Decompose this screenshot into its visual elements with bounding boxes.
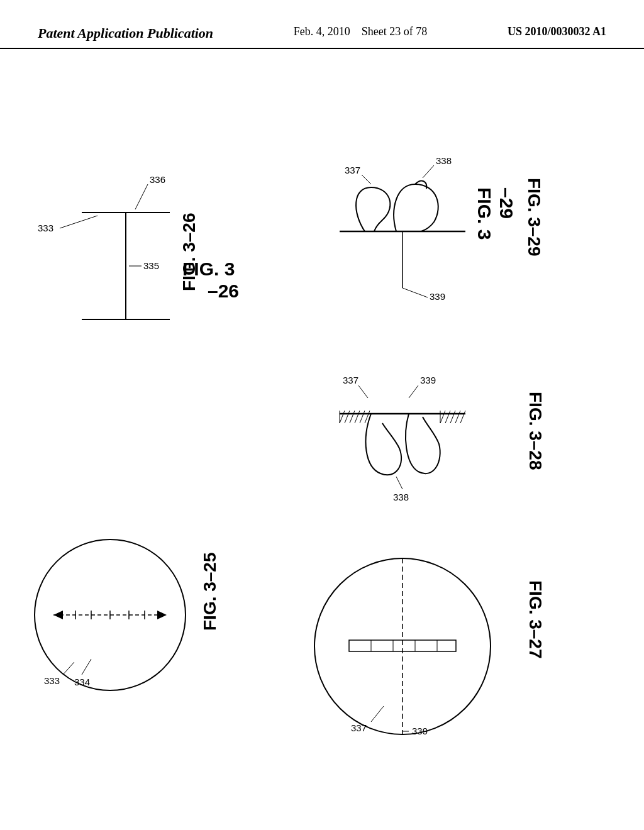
- svg-line-43: [455, 411, 460, 423]
- svg-line-44: [460, 411, 465, 423]
- ref-339-fig27: 339: [412, 726, 428, 736]
- ref-336: 336: [150, 174, 165, 185]
- ref-339-fig28: 339: [420, 375, 436, 385]
- ref-338-fig28: 338: [393, 492, 409, 502]
- fig-label-3-29b: –29: [496, 187, 517, 219]
- svg-line-41: [445, 411, 450, 423]
- svg-line-4: [135, 184, 148, 209]
- svg-line-42: [450, 411, 455, 423]
- svg-line-45: [358, 385, 368, 398]
- svg-line-9: [423, 165, 434, 178]
- fig-3-28-label: FIG. 3–28: [526, 392, 545, 470]
- drawing-area: 333 336 335 FIG. 3 –26 337 338 339 FIG. …: [0, 49, 644, 816]
- patent-number: US 2010/0030032 A1: [508, 25, 606, 38]
- ref-334: 334: [74, 677, 90, 687]
- publication-date: Feb. 4, 2010: [294, 25, 350, 38]
- fig-3-27-label: FIG. 3–27: [526, 580, 545, 659]
- fig-label-3-29a: FIG. 3: [474, 187, 495, 240]
- svg-line-40: [440, 411, 445, 423]
- header-center: Feb. 4, 2010 Sheet 23 of 78: [294, 25, 427, 38]
- sheet-info: Sheet 23 of 78: [362, 25, 427, 38]
- ref-337-fig29: 337: [345, 165, 360, 175]
- ref-337-fig27: 337: [351, 722, 367, 733]
- ref-333-fig26: 333: [38, 223, 53, 233]
- svg-line-33: [340, 411, 345, 423]
- svg-line-37: [360, 411, 365, 423]
- ref-337-fig28: 337: [343, 375, 358, 385]
- svg-marker-14: [157, 611, 167, 619]
- patent-drawings: 333 336 335 FIG. 3 –26 337 338 339 FIG. …: [0, 49, 644, 816]
- svg-line-35: [350, 411, 355, 423]
- svg-line-46: [409, 385, 418, 398]
- svg-line-47: [396, 477, 402, 489]
- svg-line-20: [63, 662, 74, 675]
- ref-333-fig25: 333: [44, 675, 60, 686]
- fig-3-29-label: FIG. 3–29: [525, 178, 544, 257]
- svg-line-36: [355, 411, 360, 423]
- fig-label-3-26b: –26: [208, 280, 239, 301]
- svg-line-21: [82, 659, 91, 675]
- svg-line-3: [60, 216, 97, 228]
- publication-title: Patent Application Publication: [38, 25, 213, 42]
- ref-335: 335: [143, 260, 159, 271]
- svg-line-29: [371, 706, 384, 722]
- svg-marker-13: [53, 611, 63, 619]
- fig-3-25-label: FIG. 3–25: [200, 552, 219, 631]
- svg-line-8: [362, 175, 371, 184]
- ref-338-fig29: 338: [436, 155, 452, 166]
- fig-3-26-label: FIG. 3–26: [179, 213, 199, 291]
- ref-339-fig29: 339: [430, 291, 445, 302]
- svg-line-10: [402, 288, 428, 297]
- svg-line-34: [345, 411, 350, 423]
- page-header: Patent Application Publication Feb. 4, 2…: [0, 0, 644, 49]
